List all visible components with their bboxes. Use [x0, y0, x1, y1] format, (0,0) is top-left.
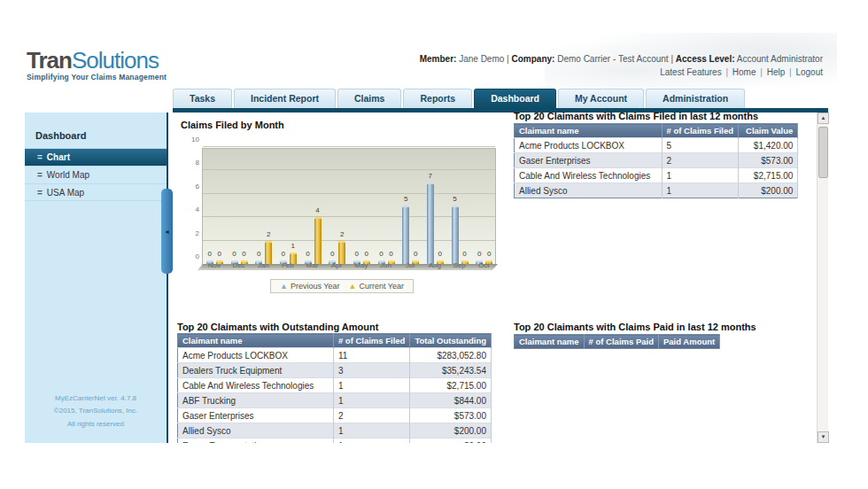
- sidebar-item-label: Chart: [47, 152, 70, 162]
- bar-value-label: 2: [336, 230, 348, 238]
- x-axis-label-jun: Jun: [375, 261, 398, 269]
- sidebar-item-label: World Map: [47, 170, 89, 180]
- tab-bar: TasksIncident ReportClaimsReportsDashboa…: [173, 89, 828, 108]
- table-cell: 1: [333, 439, 410, 444]
- access-level-value: Account Administrator: [737, 54, 823, 64]
- bar-value-label: 1: [287, 242, 299, 250]
- app-window: TranSolutions Simplifying Your Claims Ma…: [25, 49, 828, 443]
- member-value: Jane Demo: [459, 54, 504, 64]
- claims-by-month-chart: 0246810000002010402000050705000NovDecJan…: [186, 136, 498, 320]
- claims-paid-table: Claimant name# of Claims PaidPaid Amount: [514, 334, 720, 349]
- sidebar-item-label: USA Map: [47, 188, 84, 198]
- tab-dashboard[interactable]: Dashboard: [474, 89, 556, 108]
- table-row: Cable And Wireless Technologies1$2,715.0…: [515, 168, 798, 183]
- table-cell: Evans Transportation: [178, 439, 334, 444]
- outstanding-table: Claimant name# of Claims FiledTotal Outs…: [177, 333, 492, 443]
- claims-filed-table-title: Top 20 Claimants with Claims Filed in la…: [514, 113, 758, 121]
- bar-value-label: 0: [213, 250, 226, 258]
- tab-incident-report[interactable]: Incident Report: [234, 89, 336, 108]
- sidebar: Dashboard =Chart=World Map=USA Map MyEzC…: [25, 113, 167, 443]
- legend-label: Current Year: [359, 282, 404, 291]
- x-axis-label-aug: Aug: [423, 261, 446, 269]
- y-axis-tick-label: 4: [182, 206, 199, 213]
- sidebar-collapse-handle[interactable]: ◄: [161, 189, 173, 274]
- bar-value-label: 0: [459, 250, 471, 258]
- sidebar-bullet-icon: =: [37, 188, 43, 198]
- scroll-up-icon[interactable]: ▲: [818, 113, 829, 124]
- x-axis-label-nov: Nov: [203, 261, 226, 269]
- x-axis-label-dec: Dec: [228, 261, 251, 269]
- table-row: Cable And Wireless Technologies1$2,715.0…: [178, 378, 492, 393]
- header-link-home[interactable]: Home: [732, 67, 756, 77]
- column-header-of-claims-paid: # of Claims Paid: [584, 335, 658, 349]
- tab-administration[interactable]: Administration: [646, 89, 745, 108]
- scroll-down-icon[interactable]: ▼: [818, 431, 829, 443]
- table-cell: Acme Products LOCKBOX: [515, 138, 663, 153]
- bar-value-label: 0: [326, 250, 338, 258]
- table-cell: Acme Products LOCKBOX: [178, 348, 334, 363]
- x-axis-label-sep: Sep: [448, 261, 471, 269]
- table-cell: Gaser Enterprises: [178, 408, 334, 423]
- tab-tasks[interactable]: Tasks: [173, 89, 232, 108]
- logo: TranSolutions Simplifying Your Claims Ma…: [27, 49, 167, 82]
- data-table: Claimant name# of Claims FiledTotal Outs…: [177, 333, 492, 443]
- scrollbar-thumb[interactable]: [818, 127, 828, 178]
- legend-item-previous-year: ▲Previous Year: [280, 282, 339, 291]
- sidebar-item-usa-map[interactable]: =USA Map: [25, 183, 167, 201]
- header-link-latest-features[interactable]: Latest Features: [660, 67, 721, 77]
- table-row: Gaser Enterprises2$573.00: [178, 408, 492, 423]
- header-link-help[interactable]: Help: [767, 67, 786, 77]
- tab-reports[interactable]: Reports: [403, 89, 472, 108]
- chart-gridline: [203, 146, 495, 147]
- table-row: Dealers Truck Equipment3$35,243.54: [178, 363, 492, 378]
- sidebar-item-chart[interactable]: =Chart: [25, 148, 167, 166]
- table-cell: 1: [333, 423, 410, 439]
- sidebar-footer-line: ©2015, TranSolutions, Inc.: [25, 405, 167, 417]
- bar-value-label: 2: [262, 230, 275, 238]
- logo-text-tran: Tran: [27, 47, 72, 74]
- table-cell: $35,243.54: [410, 363, 492, 378]
- tab-my-account[interactable]: My Account: [558, 89, 644, 108]
- column-header-paid-amount: Paid Amount: [658, 335, 719, 349]
- company-value: Demo Carrier - Test Account: [557, 54, 668, 64]
- table-cell: 11: [333, 348, 410, 363]
- table-cell: Gaser Enterprises: [515, 153, 663, 168]
- bar-value-label: 0: [302, 250, 314, 258]
- table-row: Gaser Enterprises2$573.00: [515, 153, 798, 168]
- table-row: Evans Transportation1$9.00: [178, 439, 492, 444]
- table-header-row: Claimant name# of Claims PaidPaid Amount: [515, 335, 720, 349]
- outstanding-table-title: Top 20 Claimants with Outstanding Amount: [177, 322, 378, 332]
- bar-value-label: 0: [434, 250, 446, 258]
- table-row: Acme Products LOCKBOX11$283,052.80: [178, 348, 492, 363]
- y-axis-tick-label: 2: [182, 229, 199, 237]
- sidebar-handle-arrow-icon: ◄: [164, 229, 170, 235]
- tab-claims[interactable]: Claims: [337, 89, 401, 108]
- logo-tagline: Simplifying Your Claims Management: [27, 74, 167, 82]
- bar-value-label: 0: [409, 250, 422, 258]
- dashboard-main: Claims Filed by Month 024681000000201040…: [168, 113, 817, 443]
- column-header-claimant-name: Claimant name: [515, 124, 663, 138]
- x-axis-label-jan: Jan: [252, 261, 275, 269]
- content-area: Dashboard =Chart=World Map=USA Map MyEzC…: [25, 113, 828, 443]
- table-cell: 5: [662, 138, 739, 153]
- bar-previous-year-aug: [427, 182, 434, 264]
- x-axis-label-mar: Mar: [301, 261, 324, 269]
- table-row: ABF Trucking1$844.00: [178, 393, 492, 408]
- column-header-claimant-name: Claimant name: [178, 334, 334, 348]
- logo-text-solutions: Solutions: [72, 47, 159, 74]
- table-cell: ABF Trucking: [178, 393, 334, 408]
- y-axis-tick-label: 8: [182, 159, 199, 167]
- table-cell: $573.00: [739, 153, 798, 168]
- table-cell: $1,420.00: [739, 138, 798, 153]
- world-map-watermark: [545, 33, 837, 95]
- claims-paid-table-title: Top 20 Claimants with Claims Paid in las…: [514, 322, 756, 332]
- bar-value-label: 0: [385, 250, 398, 258]
- claims-filed-table: Claimant name# of Claims FiledClaim Valu…: [514, 123, 813, 198]
- sidebar-item-world-map[interactable]: =World Map: [25, 166, 167, 183]
- header-link-logout[interactable]: Logout: [795, 67, 823, 77]
- table-cell: 2: [333, 408, 410, 423]
- vertical-scrollbar[interactable]: ▲ ▼: [817, 113, 828, 443]
- column-header-claimant-name: Claimant name: [515, 335, 585, 349]
- table-cell: 1: [333, 393, 410, 408]
- data-table: Claimant name# of Claims FiledClaim Valu…: [514, 123, 798, 198]
